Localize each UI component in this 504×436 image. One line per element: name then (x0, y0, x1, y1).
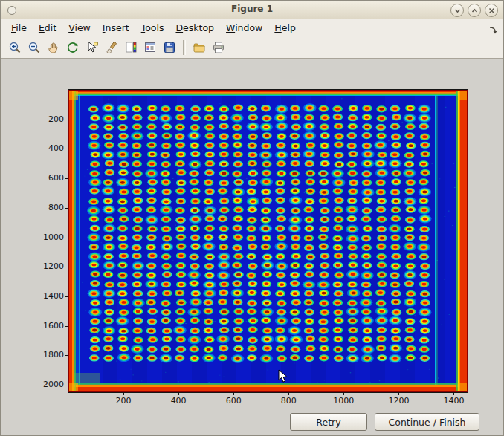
y-tick-label: 1000 (33, 232, 64, 242)
maximize-button[interactable] (468, 4, 481, 17)
menu-insert[interactable]: Insert (97, 20, 135, 36)
x-tick-label: 800 (274, 396, 303, 406)
y-tick-label: 1800 (33, 350, 64, 359)
y-tick-label: 1400 (33, 291, 64, 301)
x-tick-mark (178, 392, 179, 395)
brush-icon (105, 41, 118, 54)
open-folder-icon (193, 41, 206, 54)
toolbar-separator (183, 40, 186, 55)
toolbar-colorbar-button[interactable] (122, 39, 140, 56)
plot-area: 2004006008001000120014002004006008001000… (68, 89, 468, 393)
print-icon (212, 41, 225, 54)
insert-colorbar-icon (124, 41, 138, 54)
y-tick-label: 800 (33, 203, 64, 212)
menu-desktop[interactable]: Desktop (169, 20, 220, 36)
figure-window: Figure 1 File Edit View Insert Tools Des… (0, 0, 504, 436)
menu-help[interactable]: Help (268, 20, 302, 36)
toolbar-legend-button[interactable] (141, 39, 159, 56)
window-title: Figure 1 (1, 4, 503, 14)
x-tick-label: 1400 (439, 396, 468, 406)
x-tick-label: 600 (219, 396, 248, 406)
y-tick-label: 1600 (33, 321, 64, 331)
menu-edit[interactable]: Edit (33, 20, 62, 36)
insert-legend-icon (143, 41, 157, 54)
x-tick-mark (233, 392, 234, 395)
zoom-in-icon (8, 41, 22, 54)
toolbar-pan-button[interactable] (45, 39, 62, 56)
data-cursor-icon (85, 41, 99, 54)
figure-toolbar (1, 36, 503, 59)
dock-figure-icon[interactable] (488, 23, 497, 37)
rotate-3d-icon (66, 41, 80, 54)
x-tick-mark (288, 392, 289, 395)
y-tick-mark (65, 355, 68, 356)
y-tick-mark (65, 267, 68, 267)
x-tick-mark (398, 392, 399, 395)
toolbar-save-button[interactable] (161, 39, 178, 56)
y-tick-mark (65, 178, 68, 179)
x-tick-label: 200 (109, 396, 138, 406)
y-tick-mark (65, 120, 68, 120)
save-icon (163, 41, 176, 54)
menubar: File Edit View Insert Tools Desktop Wind… (1, 19, 503, 36)
titlebar[interactable]: Figure 1 (1, 1, 503, 20)
toolbar-zoom-out-button[interactable] (25, 39, 43, 56)
x-tick-mark (123, 392, 124, 395)
x-tick-label: 400 (164, 396, 193, 406)
y-tick-label: 2000 (33, 380, 64, 389)
pan-hand-icon (47, 41, 60, 54)
toolbar-open-button[interactable] (190, 39, 208, 56)
continue-finish-button[interactable]: Continue / Finish (375, 413, 479, 431)
x-tick-label: 1200 (384, 396, 413, 406)
y-tick-mark (65, 149, 68, 149)
menu-file[interactable]: File (5, 20, 33, 36)
toolbar-brush-button[interactable] (103, 39, 120, 56)
chevron-up-icon (471, 7, 478, 14)
y-tick-mark (65, 385, 68, 385)
menu-window[interactable]: Window (220, 20, 268, 36)
y-tick-label: 200 (33, 114, 64, 124)
y-tick-mark (65, 208, 68, 209)
close-icon (488, 7, 495, 14)
y-tick-mark (65, 326, 68, 327)
minimize-button[interactable] (450, 4, 464, 17)
toolbar-rotate3d-button[interactable] (64, 39, 82, 56)
menu-view[interactable]: View (62, 20, 97, 36)
figure-content: 2004006008001000120014002004006008001000… (1, 59, 503, 435)
menu-tools[interactable]: Tools (135, 20, 170, 36)
y-tick-mark (65, 296, 68, 297)
heatmap-image[interactable] (68, 90, 468, 392)
zoom-out-icon (28, 41, 41, 54)
x-tick-mark (453, 392, 454, 395)
chevron-down-icon (454, 7, 461, 14)
toolbar-zoom-in-button[interactable] (6, 39, 24, 56)
toolbar-print-button[interactable] (210, 39, 227, 56)
retry-button[interactable]: Retry (290, 413, 367, 431)
y-tick-label: 600 (33, 173, 64, 183)
x-tick-mark (343, 392, 344, 395)
y-tick-label: 1200 (33, 261, 64, 271)
toolbar-data-cursor-button[interactable] (83, 39, 101, 56)
x-tick-label: 1000 (329, 396, 358, 406)
y-tick-mark (65, 238, 68, 238)
close-button[interactable] (485, 4, 498, 17)
y-tick-label: 400 (33, 143, 64, 153)
